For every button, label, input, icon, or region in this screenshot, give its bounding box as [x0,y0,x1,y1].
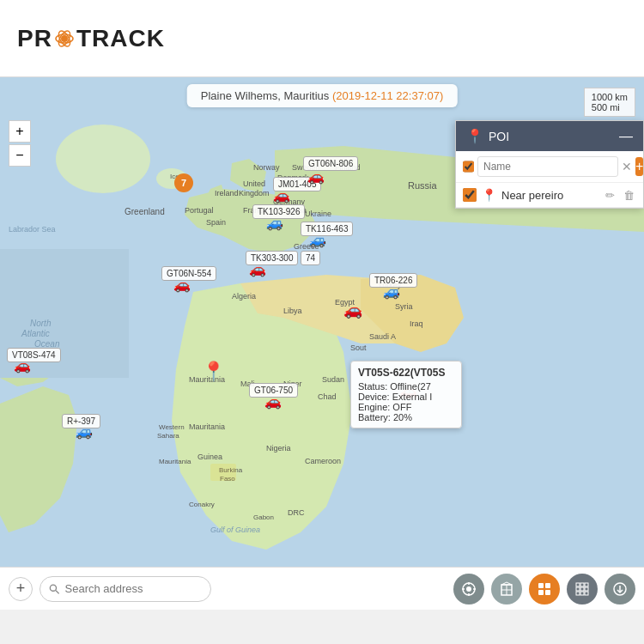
svg-text:Norway: Norway [253,163,280,172]
vehicle-icon: 🚗 [307,168,325,185]
poi-edit-icon[interactable]: ✏ [604,189,617,202]
svg-text:United: United [243,179,265,188]
svg-text:Libya: Libya [283,307,302,315]
svg-text:Gulf of Guinea: Gulf of Guinea [210,526,260,534]
svg-text:Ireland: Ireland [215,189,239,197]
vehicle-icon: 🚙 [266,215,283,231]
vehicle-icon: 🚙 [76,423,93,440]
svg-rect-55 [210,464,236,481]
svg-rect-79 [580,592,584,595]
download-button[interactable] [605,574,635,605]
popup-device: Device: External I [358,392,454,402]
zoom-out-button[interactable]: − [9,144,31,167]
svg-rect-69 [545,583,550,588]
svg-rect-68 [538,583,544,588]
poi-search-checkbox[interactable] [463,160,474,173]
scale-mi: 500 mi [592,102,628,112]
svg-rect-71 [545,590,550,595]
svg-text:Gabon: Gabon [253,513,274,521]
location-icon [461,581,477,597]
vehicle-icon: 🚙 [383,283,400,300]
svg-text:Atlantic: Atlantic [21,329,50,338]
vehicle-icon: 🚗 [173,276,191,293]
download-icon [612,581,628,597]
poi-clear-button[interactable]: ✕ [622,160,632,173]
location-bar: Plaine Wilhems, Mauritius (2019-12-11 22… [187,84,458,107]
svg-rect-78 [576,592,580,595]
svg-text:Spain: Spain [206,218,226,227]
poi-name-input[interactable] [477,156,618,177]
scale-km: 1000 km [592,92,628,102]
svg-point-0 [61,35,68,42]
svg-rect-70 [538,590,544,595]
popup-title: VT05S-622(VT05S [358,367,454,379]
building-icon [499,581,514,597]
vehicle-icon: 🚗 [343,301,362,319]
svg-rect-75 [576,587,580,591]
svg-text:Mauritania: Mauritania [189,422,225,431]
add-button[interactable]: + [9,577,33,601]
svg-text:Sudan: Sudan [322,375,344,384]
svg-point-59 [466,586,471,592]
grid-icon [574,581,590,597]
popup-engine: Engine: OFF [358,402,454,412]
svg-rect-77 [585,587,588,591]
svg-point-5 [56,125,150,193]
svg-text:Sout: Sout [350,343,367,352]
location-center-button[interactable] [453,574,484,605]
svg-text:Algeria: Algeria [232,292,256,301]
logo-icon [55,29,74,48]
search-address-input[interactable] [65,582,202,595]
dashboard-button[interactable] [529,574,560,605]
svg-text:Western: Western [159,423,185,431]
poi-add-button[interactable]: + [635,157,643,176]
svg-point-56 [50,585,56,591]
map-zoom-controls: + − [9,120,31,167]
poi-item-row: 📍 Near pereiro ✏ 🗑 [456,183,643,208]
cluster-badge[interactable]: 7 [174,173,193,192]
svg-line-57 [56,590,59,593]
svg-text:Chad: Chad [318,392,337,401]
svg-text:Russia: Russia [408,180,438,191]
map-container[interactable]: North Atlantic Ocean Labrador Sea Portug… [0,77,644,567]
popup-status: Status: Offline(27 [358,381,454,392]
poi-delete-icon[interactable]: 🗑 [622,189,636,202]
svg-text:Labrador Sea: Labrador Sea [9,225,56,234]
svg-rect-72 [576,583,580,586]
poi-pin-icon: 📍 [466,128,483,144]
svg-text:Cameroon: Cameroon [305,457,341,465]
poi-item-checkbox[interactable] [463,188,477,202]
poi-item-name: Near pereiro [501,189,598,202]
svg-rect-73 [580,583,584,586]
svg-text:Iraq: Iraq [410,319,423,328]
search-address-box[interactable] [39,576,211,602]
svg-text:Kingdom: Kingdom [239,189,270,197]
svg-text:Mauritania: Mauritania [159,458,191,465]
vehicle-icon: 🚗 [264,393,282,410]
svg-text:Syria: Syria [395,302,413,311]
poi-item-pin-icon: 📍 [482,188,496,202]
location-datetime: (2019-12-11 22:37:07) [332,89,443,102]
svg-text:North: North [30,319,52,328]
svg-text:Sahara: Sahara [157,432,179,440]
vehicle-icon: 🚙 [309,232,326,248]
svg-text:Saudi A: Saudi A [369,332,396,341]
poi-minimize-button[interactable]: — [619,129,633,144]
zoom-in-button[interactable]: + [9,120,31,143]
vehicle-icon: 🚗 [273,187,290,204]
grid-button[interactable] [567,574,598,605]
poi-panel: 📍 POI — ✕ + 📍 Near pereiro ✏ 🗑 [455,120,644,209]
svg-rect-74 [585,583,588,586]
vehicle-icon: 🚗 [14,357,31,374]
map-pin: 📍 [202,361,225,383]
svg-text:Ukraine: Ukraine [305,210,331,218]
dashboard-icon [537,581,552,597]
vehicle-label[interactable]: 74 [301,251,320,265]
svg-rect-80 [585,592,588,595]
svg-text:Greenland: Greenland [125,207,165,216]
svg-rect-76 [580,587,584,591]
building-button[interactable] [491,574,522,605]
popup-battery: Battery: 20% [358,412,454,422]
svg-text:Conakry: Conakry [189,501,215,508]
location-text: Plaine Wilhems, Mauritius [201,89,330,102]
